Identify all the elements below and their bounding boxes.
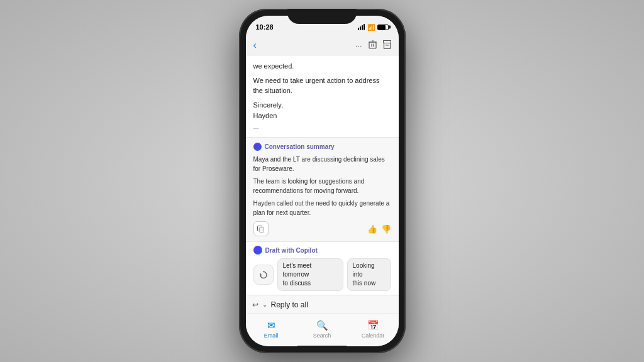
archive-button[interactable] [383,40,391,51]
draft-header: Draft with Copilot [253,246,391,255]
feedback-buttons: 👍 👎 [367,224,391,234]
phone-screen: 10:28 📶 ‹ ··· [246,16,399,346]
refresh-button[interactable] [253,265,274,285]
svg-rect-9 [260,227,264,232]
status-icons: 📶 [358,24,389,31]
email-text-1: we expected. [253,61,391,72]
tab-search[interactable]: 🔍 Search [297,320,348,339]
summary-text-1: Maya and the LT are discussing declining… [253,155,391,173]
draft-chip-2[interactable]: Looking into this now [347,258,391,291]
chevron-down-icon[interactable]: ⌄ [262,301,267,308]
home-indicator [297,346,347,348]
calendar-tab-icon: 📅 [367,320,379,331]
wifi-icon: 📶 [367,24,375,31]
summary-text-3: Hayden called out the need to quickly ge… [253,199,391,217]
summary-actions: 👍 👎 [253,221,391,236]
phone-notch [287,9,357,24]
email-body: we expected. We need to take urgent acti… [246,56,399,137]
reply-text: Reply to all [271,300,308,309]
copilot-icon-small [253,143,262,151]
reply-bar[interactable]: ↩ ⌄ Reply to all [246,295,399,314]
thumbs-down-button[interactable]: 👎 [381,224,391,234]
nav-bar: ‹ ··· [246,35,399,56]
search-tab-icon: 🔍 [316,320,328,331]
search-tab-label: Search [313,332,331,339]
reply-icon: ↩ [252,300,258,309]
calendar-tab-label: Calendar [362,332,385,339]
delete-button[interactable] [369,40,377,51]
tab-email[interactable]: ✉ Email [246,320,297,339]
email-text-2: We need to take urgent action to address… [253,75,391,96]
thumbs-up-button[interactable]: 👍 [367,224,377,234]
email-tab-icon: ✉ [267,320,275,331]
phone-frame: 10:28 📶 ‹ ··· [239,9,406,353]
more-button[interactable]: ··· [355,41,362,50]
back-button[interactable]: ‹ [253,40,257,51]
status-time: 10:28 [256,23,274,31]
signal-icon [358,24,365,30]
draft-section: Draft with Copilot Let's meet tomorrow t… [246,241,399,295]
conversation-summary: Conversation summary Maya and the LT are… [246,137,399,241]
svg-rect-0 [369,42,376,48]
email-content: we expected. We need to take urgent acti… [246,56,399,314]
summary-title: Conversation summary [265,143,335,150]
email-ellipsis: ··· [253,124,391,132]
battery-icon [377,25,389,30]
svg-rect-6 [384,43,390,48]
summary-text-2: The team is looking for suggestions and … [253,177,391,195]
summary-header: Conversation summary [253,143,391,151]
draft-options: Let's meet tomorrow to discuss Looking i… [253,258,391,291]
email-signature: Sincerely, Hayden [253,100,391,122]
copy-button[interactable] [253,221,269,236]
tab-calendar[interactable]: 📅 Calendar [348,320,399,339]
draft-title: Draft with Copilot [265,247,318,254]
draft-chip-1[interactable]: Let's meet tomorrow to discuss [277,258,343,291]
email-tab-label: Email [264,332,279,339]
copilot-icon-draft [253,246,262,255]
nav-actions: ··· [355,40,391,51]
tab-bar: ✉ Email 🔍 Search 📅 Calendar [246,314,399,346]
